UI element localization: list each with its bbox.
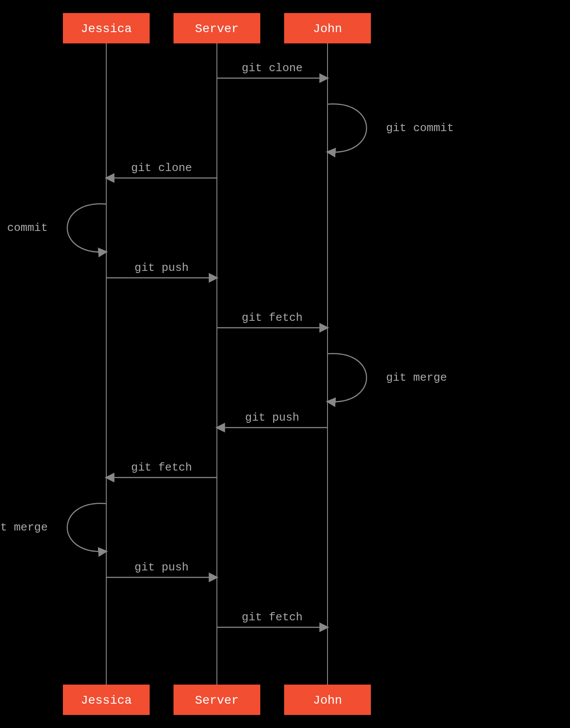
message-label: git fetch bbox=[242, 311, 302, 324]
message-label: git commit bbox=[0, 221, 48, 234]
actor-label: Jessica bbox=[81, 694, 132, 707]
actor-label: Server bbox=[195, 694, 239, 707]
actor-john-bottom: John bbox=[284, 685, 371, 715]
sequence-diagram: JessicaServerJohnJessicaServerJohngit cl… bbox=[0, 0, 570, 728]
actor-label: Server bbox=[195, 22, 239, 36]
message-label: git merge bbox=[0, 521, 48, 534]
actor-jessica-top: Jessica bbox=[63, 13, 150, 43]
actor-jessica-bottom: Jessica bbox=[63, 685, 150, 715]
message-label: git push bbox=[134, 561, 189, 574]
message-label: git fetch bbox=[131, 461, 192, 474]
self-message-arc bbox=[328, 353, 367, 402]
self-message-arc bbox=[67, 503, 106, 551]
message-label: git commit bbox=[386, 122, 454, 135]
message-label: git push bbox=[134, 261, 189, 274]
self-message-arc bbox=[328, 104, 367, 152]
message-label: git merge bbox=[386, 371, 447, 384]
actor-john-top: John bbox=[284, 13, 371, 43]
actor-label: Jessica bbox=[81, 22, 132, 36]
message-label: git push bbox=[245, 411, 299, 424]
actor-server-bottom: Server bbox=[174, 685, 260, 715]
self-message-arc bbox=[67, 204, 106, 252]
actor-label: John bbox=[313, 694, 342, 707]
actor-server-top: Server bbox=[174, 13, 260, 43]
message-label: git clone bbox=[242, 62, 302, 75]
message-label: git fetch bbox=[242, 611, 302, 624]
actor-label: John bbox=[313, 22, 342, 36]
message-label: git clone bbox=[131, 161, 192, 175]
